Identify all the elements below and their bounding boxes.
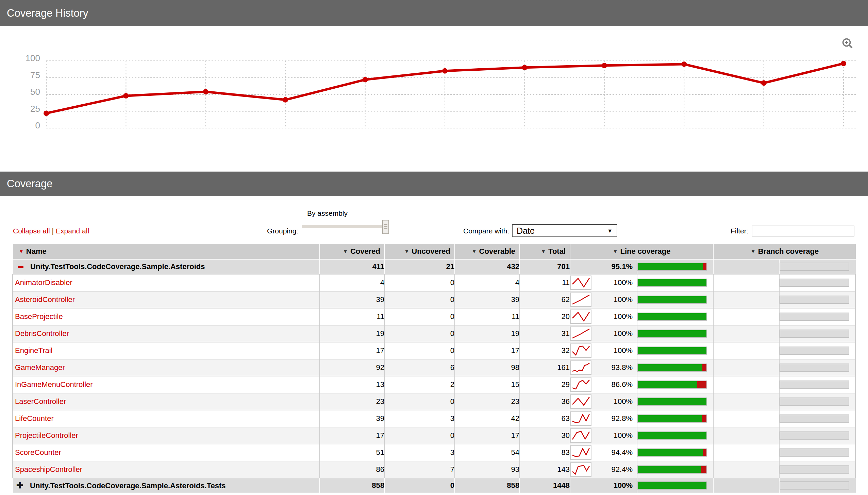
total-value: 36 — [519, 393, 570, 410]
table-row: Unity.TestTools.CodeCoverage.Sample.Aste… — [12, 259, 856, 274]
line-coverage-bar — [637, 481, 707, 490]
column-header-line-coverage[interactable]: ▼Line coverage — [570, 243, 713, 259]
branch-coverage-percent — [713, 427, 779, 444]
total-value: 701 — [519, 259, 570, 274]
total-value: 29 — [519, 376, 570, 393]
class-link[interactable]: ScoreCounter — [13, 448, 61, 457]
covered-bar-segment — [638, 296, 706, 303]
line-coverage-history-sparkline[interactable] — [570, 275, 591, 290]
class-link[interactable]: LaserController — [13, 397, 66, 406]
line-coverage-history-sparkline[interactable] — [570, 394, 591, 409]
table-row: SpaceshipController8679314392.4% — [12, 461, 856, 478]
branch-coverage-bar — [780, 431, 849, 440]
total-value: 63 — [519, 410, 570, 427]
line-coverage-bar — [637, 329, 707, 338]
column-header-branch-coverage[interactable]: ▼Branch coverage — [713, 243, 856, 259]
uncovered-value: 0 — [384, 478, 454, 493]
uncovered-value: 2 — [384, 376, 454, 393]
class-link[interactable]: GameManager — [13, 363, 65, 372]
line-coverage-history-sparkline[interactable] — [570, 445, 591, 460]
line-coverage-history-sparkline[interactable] — [570, 377, 591, 392]
filter-input[interactable] — [752, 226, 854, 237]
column-header-total[interactable]: ▼Total — [519, 243, 570, 259]
uncovered-bar-segment — [703, 449, 706, 456]
total-value: 31 — [519, 325, 570, 342]
grouping-slider-thumb[interactable] — [382, 220, 389, 234]
sort-arrow-icon: ▼ — [404, 248, 409, 254]
coverable-value: 19 — [454, 325, 519, 342]
table-row: AnimatorDisabler40411100% — [12, 274, 856, 291]
chart-zoom-in-icon[interactable] — [841, 37, 854, 50]
collapse-minus-icon[interactable] — [18, 266, 23, 268]
uncovered-value: 0 — [384, 342, 454, 359]
line-coverage-history-sparkline[interactable] — [570, 462, 591, 477]
branch-coverage-bar — [780, 295, 849, 304]
column-header-uncovered[interactable]: ▼Uncovered — [384, 243, 454, 259]
uncovered-value: 0 — [384, 427, 454, 444]
class-link[interactable]: InGameMenuController — [13, 380, 93, 389]
line-coverage-percent: 93.8% — [591, 363, 637, 372]
line-coverage-bar — [637, 380, 707, 389]
covered-value: 86 — [320, 461, 384, 478]
line-coverage-history-sparkline[interactable] — [570, 326, 591, 341]
branch-coverage-bar — [780, 346, 849, 355]
line-coverage-percent: 100% — [591, 329, 637, 338]
branch-coverage-bar — [780, 262, 849, 271]
branch-coverage-percent — [713, 291, 779, 308]
line-coverage-history-sparkline[interactable] — [570, 343, 591, 358]
class-link[interactable]: LifeCounter — [13, 414, 54, 423]
table-header-row: ▼Name ▼Covered ▼Uncovered ▼Coverable ▼To… — [12, 243, 856, 259]
branch-coverage-bar — [780, 363, 849, 372]
tree-controls: Collapse all|Expand all — [13, 227, 89, 235]
svg-text:50: 50 — [30, 87, 40, 97]
covered-value: 858 — [320, 478, 384, 493]
line-coverage-history-sparkline[interactable] — [570, 360, 591, 375]
total-value: 1448 — [519, 478, 570, 493]
line-coverage-history-sparkline[interactable] — [570, 292, 591, 307]
collapse-all-link[interactable]: Collapse all — [13, 227, 50, 235]
covered-value: 4 — [320, 274, 384, 291]
covered-value: 39 — [320, 291, 384, 308]
line-coverage-bar — [637, 448, 707, 457]
covered-bar-segment — [638, 279, 706, 286]
history-section-title: Coverage History — [0, 0, 868, 26]
column-header-covered[interactable]: ▼Covered — [320, 243, 384, 259]
covered-bar-segment — [638, 347, 706, 354]
class-link[interactable]: SpaceshipController — [13, 465, 82, 474]
line-coverage-history-sparkline[interactable] — [570, 309, 591, 324]
class-link[interactable]: AsteroidController — [13, 295, 75, 304]
uncovered-bar-segment — [701, 466, 706, 473]
class-link[interactable]: ProjectileController — [13, 431, 78, 440]
line-coverage-bar — [637, 431, 707, 440]
class-link[interactable]: EngineTrail — [13, 346, 52, 355]
covered-bar-segment — [638, 432, 706, 439]
total-value: 83 — [519, 444, 570, 461]
column-header-name[interactable]: ▼Name — [12, 243, 320, 259]
grouping-slider-track[interactable] — [302, 225, 386, 228]
class-link[interactable]: AnimatorDisabler — [13, 278, 72, 287]
compare-with-select[interactable]: Date ▼ — [512, 224, 617, 237]
line-coverage-percent: 95.1% — [570, 262, 637, 271]
table-row: AsteroidController3903962100% — [12, 291, 856, 308]
uncovered-bar-segment — [702, 415, 706, 422]
line-coverage-history-sparkline[interactable] — [570, 428, 591, 443]
uncovered-value: 6 — [384, 359, 454, 376]
covered-bar-segment — [638, 466, 701, 473]
line-coverage-percent: 100% — [591, 295, 637, 304]
covered-value: 17 — [320, 427, 384, 444]
branch-coverage-percent — [713, 359, 779, 376]
table-row: InGameMenuController132152986.6% — [12, 376, 856, 393]
branch-coverage-bar — [780, 278, 849, 287]
class-link[interactable]: DebrisController — [13, 329, 69, 338]
expand-all-link[interactable]: Expand all — [56, 227, 89, 235]
line-coverage-percent: 94.4% — [591, 448, 637, 457]
expand-plus-icon[interactable]: ✚ — [16, 481, 23, 490]
uncovered-value: 21 — [384, 259, 454, 274]
coverable-value: 42 — [454, 410, 519, 427]
line-coverage-percent: 92.8% — [591, 414, 637, 423]
class-link[interactable]: BaseProjectile — [13, 312, 63, 321]
line-coverage-percent: 100% — [570, 481, 637, 490]
coverable-value: 23 — [454, 393, 519, 410]
line-coverage-history-sparkline[interactable] — [570, 411, 591, 426]
column-header-coverable[interactable]: ▼Coverable — [454, 243, 519, 259]
